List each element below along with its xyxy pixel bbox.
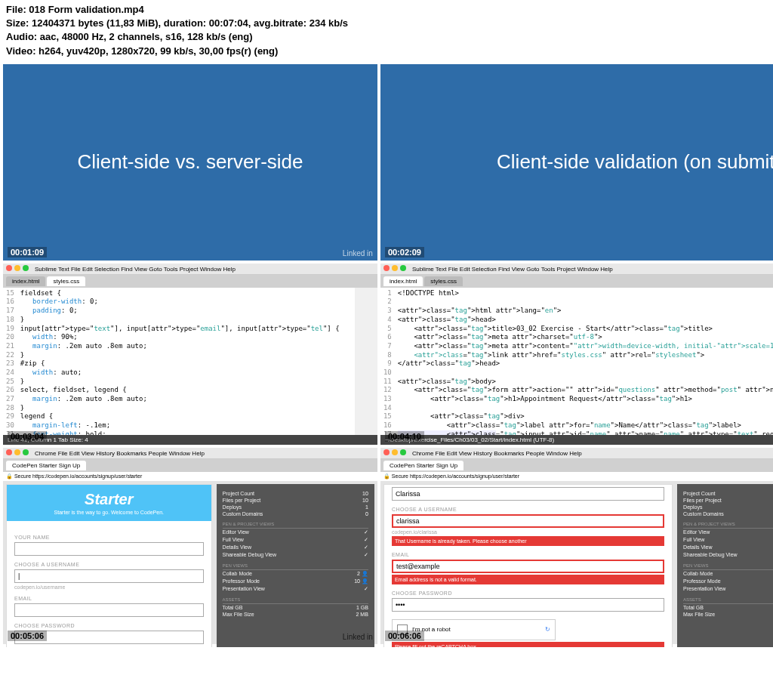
timestamp: 00:01:09 [8, 247, 47, 257]
username-input[interactable] [14, 569, 204, 583]
browser-tab[interactable]: CodePen Starter Sign Up [383, 461, 463, 470]
email-input[interactable] [14, 603, 204, 617]
tab-index[interactable]: index.html [6, 276, 45, 286]
error-captcha: Please fill out the reCAPTCHA box. [392, 642, 664, 647]
slide-1-text: Client-side vs. server-side [77, 150, 303, 174]
stats-panel: Project Count10Files per Project10Deploy… [217, 484, 374, 647]
menubar[interactable]: Chrome File Edit View History Bookmarks … [3, 448, 377, 459]
audio-line: Audio: aac, 48000 Hz, 2 channels, s16, 1… [6, 30, 767, 44]
menubar[interactable]: Sublime Text File Edit Selection Find Vi… [380, 264, 773, 275]
error-email: Email address is not a valid format. [392, 575, 664, 584]
timestamp: 00:02:09 [385, 247, 424, 257]
code-area[interactable]: 1234567891011121314151617181920212223242… [380, 288, 773, 435]
slide-2-text: Client-side validation (on submit) [497, 150, 773, 174]
video-line: Video: h264, yuv420p, 1280x720, 99 kb/s,… [6, 45, 767, 58]
url-bar[interactable]: 🔒 Secure https://codepen.io/accounts/sig… [380, 472, 773, 481]
menubar[interactable]: Sublime Text File Edit Selection Find Vi… [3, 264, 377, 275]
tab-index[interactable]: index.html [383, 276, 423, 286]
code-area[interactable]: 1516171819202122232425262728293031323334… [3, 288, 377, 435]
status-bar: Line 41, Column 1 Tab Size: 4 [3, 435, 377, 445]
tab-styles[interactable]: styles.css [424, 276, 463, 286]
status-bar: ~/Desktop/Exercise_Files/Ch03/03_02/Star… [380, 435, 773, 445]
stats-panel: Project Count10Files per Project10Deploy… [677, 484, 773, 647]
linkedin-logo: Linked in [343, 633, 373, 641]
name-input[interactable] [392, 487, 664, 501]
url-bar[interactable]: 🔒 Secure https://codepen.io/accounts/sig… [3, 472, 377, 481]
timestamp: 00:05:06 [8, 631, 47, 641]
slide-2: Client-side validation (on submit) 00:02… [380, 64, 773, 261]
timestamp: 00:04:10 [385, 431, 424, 442]
tab-styles[interactable]: styles.css [47, 276, 85, 286]
browser-form-empty: Chrome File Edit View History Bookmarks … [3, 448, 377, 644]
email-input[interactable] [392, 560, 664, 573]
browser-form-errors: Chrome File Edit View History Bookmarks … [380, 448, 773, 644]
name-input[interactable] [14, 542, 204, 556]
starter-title: Starter [10, 491, 208, 508]
editor-css: Sublime Text File Edit Selection Find Vi… [3, 264, 377, 445]
slide-1: Client-side vs. server-side 00:01:09 Lin… [3, 64, 377, 261]
error-username: That Username is already taken. Please c… [392, 536, 664, 546]
size-line: Size: 12404371 bytes (11,83 MiB), durati… [6, 17, 767, 30]
timestamp: 00:06:06 [385, 631, 424, 641]
browser-tab[interactable]: CodePen Starter Sign Up [6, 461, 86, 470]
linkedin-logo: Linked in [343, 249, 373, 257]
menubar[interactable]: Chrome File Edit View History Bookmarks … [380, 448, 773, 459]
username-input[interactable] [392, 514, 664, 528]
timestamp: 00:03:04 [8, 431, 47, 442]
editor-html: Sublime Text File Edit Selection Find Vi… [380, 264, 773, 445]
file-line: File: 018 Form validation.mp4 [6, 3, 767, 17]
password-input[interactable] [392, 598, 664, 612]
